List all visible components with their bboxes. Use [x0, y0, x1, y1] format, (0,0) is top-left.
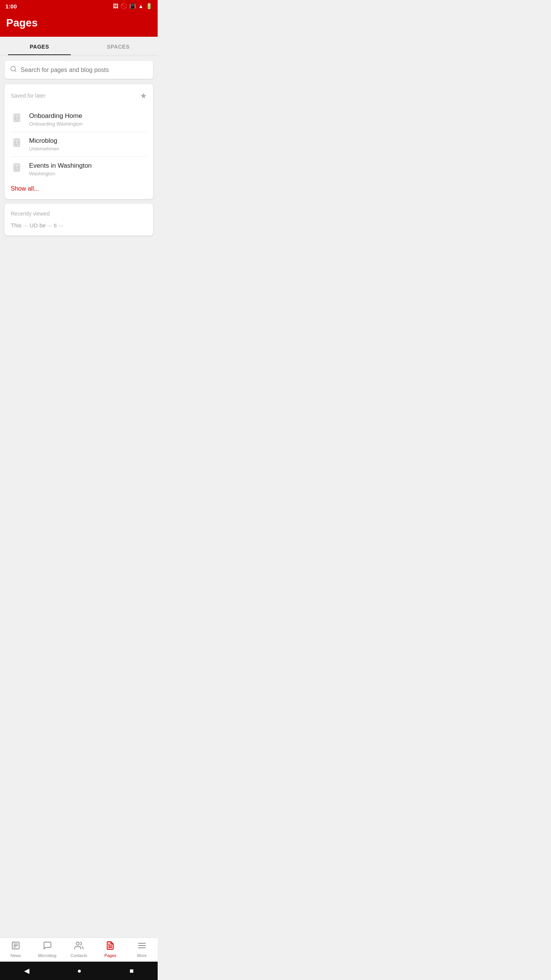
item-title: Events in Washington — [29, 162, 92, 170]
list-item[interactable]: Microblog Unternehmen — [11, 132, 147, 157]
item-title: Microblog — [29, 137, 59, 145]
search-container — [0, 56, 158, 84]
list-item[interactable]: Events in Washington Washington — [11, 157, 147, 181]
list-item[interactable]: Onboarding Home Onboarding Washington — [11, 107, 147, 132]
item-title: Onboarding Home — [29, 112, 83, 120]
saved-for-later-card: Saved for later ★ Onboarding Home Onboar… — [5, 84, 153, 199]
document-icon-wrap — [11, 112, 24, 127]
item-subtitle: Unternehmen — [29, 146, 59, 152]
item-subtitle: Washington — [29, 171, 92, 176]
search-box[interactable] — [5, 61, 153, 79]
search-icon — [10, 65, 17, 74]
tabs-container: PAGES SPACES — [0, 37, 158, 56]
tab-pages[interactable]: PAGES — [0, 37, 79, 55]
item-text: Microblog Unternehmen — [29, 137, 59, 152]
wifi-icon: ▲ — [138, 3, 143, 9]
vibrate-icon: 📳 — [129, 3, 136, 9]
saved-for-later-title: Saved for later — [11, 93, 46, 99]
block-icon: 🚫 — [121, 3, 127, 9]
recently-viewed-title: Recently viewed — [11, 211, 147, 217]
recently-item-partial: This ··· UD be ··· ti ··· — [11, 222, 147, 229]
document-icon-wrap — [11, 162, 24, 177]
page-title: Pages — [6, 17, 38, 29]
search-input[interactable] — [21, 67, 148, 74]
show-all-button[interactable]: Show all... — [11, 185, 147, 192]
page-header: Pages — [0, 12, 158, 37]
item-text: Events in Washington Washington — [29, 162, 92, 176]
status-bar: 1:00 🖼 🚫 📳 ▲ 🔋 — [0, 0, 158, 12]
status-time: 1:00 — [5, 3, 17, 10]
svg-line-1 — [15, 70, 16, 71]
document-icon-wrap — [11, 137, 24, 152]
main-scroll: Saved for later ★ Onboarding Home Onboar… — [0, 56, 158, 350]
battery-icon: 🔋 — [146, 3, 152, 9]
tab-spaces[interactable]: SPACES — [79, 37, 158, 55]
card-header: Saved for later ★ — [11, 91, 147, 100]
status-icons: 🖼 🚫 📳 ▲ 🔋 — [113, 3, 152, 9]
item-subtitle: Onboarding Washington — [29, 121, 83, 127]
star-icon: ★ — [140, 91, 147, 100]
photo-icon: 🖼 — [113, 3, 118, 9]
item-text: Onboarding Home Onboarding Washington — [29, 112, 83, 127]
recently-viewed-card: Recently viewed This ··· UD be ··· ti ··… — [5, 204, 153, 235]
